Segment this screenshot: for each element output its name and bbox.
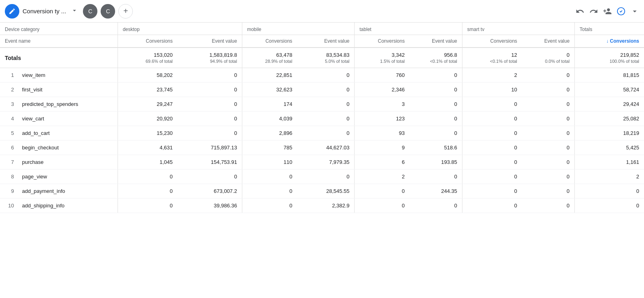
desktop-conversions-header: Conversions bbox=[118, 35, 178, 48]
tablet-conv-cell: 2,346 bbox=[355, 83, 410, 97]
row-number: 1 bbox=[0, 68, 17, 83]
smarttv-conv-cell: 0 bbox=[462, 199, 522, 213]
event-name-cell: purchase bbox=[17, 155, 118, 170]
smarttv-ev-cell: 0 bbox=[522, 155, 575, 170]
smarttv-conversions-header: Conversions bbox=[462, 35, 522, 48]
tablet-conversions-header: Conversions bbox=[355, 35, 410, 48]
tablet-ev-cell: 244.35 bbox=[409, 184, 462, 199]
desktop-ev-cell: 673,007.2 bbox=[178, 184, 242, 199]
row-number: 3 bbox=[0, 97, 17, 112]
totals-tablet-conversions: 3,342 1.5% of total bbox=[355, 48, 410, 68]
desktop-header: desktop bbox=[118, 23, 242, 35]
event-name-cell: add_to_cart bbox=[17, 126, 118, 141]
person-add-icon[interactable] bbox=[603, 7, 612, 16]
header-row-category: Device category desktop mobile tablet sm… bbox=[0, 23, 644, 35]
check-circle-icon[interactable] bbox=[617, 7, 625, 16]
smarttv-ev-cell: 0 bbox=[522, 199, 575, 213]
totals-smarttv-conversions: 12 <0.1% of total bbox=[462, 48, 522, 68]
data-table-wrapper: Device category desktop mobile tablet sm… bbox=[0, 23, 644, 213]
table-row: 9 add_payment_info 0 673,007.2 0 28,545.… bbox=[0, 184, 644, 199]
mobile-ev-cell: 0 bbox=[297, 68, 355, 83]
pencil-icon bbox=[8, 8, 16, 15]
total-conv-cell: 2 bbox=[575, 170, 644, 184]
tab-c2[interactable]: C bbox=[101, 4, 115, 19]
event-name-cell: add_shipping_info bbox=[17, 199, 118, 213]
desktop-conv-cell: 20,920 bbox=[118, 112, 178, 126]
table-row: 3 predicted_top_spenders 29,247 0 174 0 … bbox=[0, 97, 644, 112]
totals-conversions-header[interactable]: ↓ Conversions bbox=[575, 35, 644, 48]
totals-label: Totals bbox=[0, 48, 118, 68]
mobile-ev-cell: 44,627.03 bbox=[297, 141, 355, 155]
row-number: 8 bbox=[0, 170, 17, 184]
desktop-conv-cell: 23,745 bbox=[118, 83, 178, 97]
table-row: 10 add_shipping_info 0 39,986.36 0 2,382… bbox=[0, 199, 644, 213]
total-conv-cell: 29,424 bbox=[575, 97, 644, 112]
mobile-conv-cell: 22,851 bbox=[242, 68, 297, 83]
desktop-ev-cell: 0 bbox=[178, 83, 242, 97]
tablet-ev-cell: 0 bbox=[409, 112, 462, 126]
table-row: 5 add_to_cart 15,230 0 2,896 0 93 0 0 0 … bbox=[0, 126, 644, 141]
row-number: 10 bbox=[0, 199, 17, 213]
topbar-left: Conversion ty ... C C + bbox=[5, 4, 133, 19]
tablet-ev-cell: 0 bbox=[409, 199, 462, 213]
desktop-ev-cell: 154,753.91 bbox=[178, 155, 242, 170]
row-number: 6 bbox=[0, 141, 17, 155]
tablet-ev-cell: 0 bbox=[409, 83, 462, 97]
row-number: 4 bbox=[0, 112, 17, 126]
tablet-ev-cell: 518.6 bbox=[409, 141, 462, 155]
tablet-event-value-header: Event value bbox=[409, 35, 462, 48]
event-name-cell: view_item bbox=[17, 68, 118, 83]
desktop-ev-cell: 0 bbox=[178, 170, 242, 184]
tablet-conv-cell: 93 bbox=[355, 126, 410, 141]
tablet-ev-cell: 0 bbox=[409, 97, 462, 112]
tablet-ev-cell: 0 bbox=[409, 126, 462, 141]
mobile-conv-cell: 2,896 bbox=[242, 126, 297, 141]
event-name-cell: predicted_top_spenders bbox=[17, 97, 118, 112]
smarttv-ev-cell: 0 bbox=[522, 126, 575, 141]
tablet-ev-cell: 193.85 bbox=[409, 155, 462, 170]
total-conv-cell: 5,425 bbox=[575, 141, 644, 155]
mobile-ev-cell: 2,382.9 bbox=[297, 199, 355, 213]
smarttv-event-value-header: Event value bbox=[522, 35, 575, 48]
sort-arrow-icon: ↓ bbox=[606, 38, 610, 44]
add-tab-button[interactable]: + bbox=[118, 4, 133, 19]
tablet-header: tablet bbox=[355, 23, 462, 35]
expand-more-icon[interactable] bbox=[630, 7, 639, 16]
tablet-conv-cell: 2 bbox=[355, 170, 410, 184]
totals-header: Totals bbox=[575, 23, 644, 35]
header-row-columns: Event name Conversions Event value Conve… bbox=[0, 35, 644, 48]
smarttv-conv-cell: 10 bbox=[462, 83, 522, 97]
desktop-ev-cell: 0 bbox=[178, 97, 242, 112]
event-name-cell: begin_checkout bbox=[17, 141, 118, 155]
smarttv-conv-cell: 0 bbox=[462, 170, 522, 184]
edit-icon-btn[interactable] bbox=[5, 4, 19, 19]
smarttv-ev-cell: 0 bbox=[522, 112, 575, 126]
desktop-ev-cell: 0 bbox=[178, 68, 242, 83]
mobile-conv-cell: 0 bbox=[242, 184, 297, 199]
dropdown-chevron[interactable] bbox=[69, 5, 80, 17]
mobile-ev-cell: 28,545.55 bbox=[297, 184, 355, 199]
undo-icon[interactable] bbox=[576, 7, 584, 16]
tablet-conv-cell: 9 bbox=[355, 141, 410, 155]
tablet-conv-cell: 0 bbox=[355, 199, 410, 213]
totals-smarttv-event-value: 0 0.0% of total bbox=[522, 48, 575, 68]
mobile-ev-cell: 7,979.35 bbox=[297, 155, 355, 170]
mobile-conv-cell: 0 bbox=[242, 199, 297, 213]
totals-desktop-conversions: 153,020 69.6% of total bbox=[118, 48, 178, 68]
table-row: 1 view_item 58,202 0 22,851 0 760 0 2 0 … bbox=[0, 68, 644, 83]
total-conv-cell: 81,815 bbox=[575, 68, 644, 83]
smarttv-ev-cell: 0 bbox=[522, 184, 575, 199]
smarttv-conv-cell: 0 bbox=[462, 141, 522, 155]
tab-c1[interactable]: C bbox=[83, 4, 97, 19]
redo-icon[interactable] bbox=[589, 7, 598, 16]
smarttv-ev-cell: 0 bbox=[522, 97, 575, 112]
row-number: 9 bbox=[0, 184, 17, 199]
tablet-conv-cell: 0 bbox=[355, 184, 410, 199]
table-row: 8 page_view 0 0 0 0 2 0 0 0 2 bbox=[0, 170, 644, 184]
desktop-conv-cell: 0 bbox=[118, 199, 178, 213]
totals-row: Totals 153,020 69.6% of total 1,583,819.… bbox=[0, 48, 644, 68]
desktop-ev-cell: 715,897.13 bbox=[178, 141, 242, 155]
tablet-ev-cell: 0 bbox=[409, 170, 462, 184]
smarttv-ev-cell: 0 bbox=[522, 141, 575, 155]
total-conv-cell: 25,082 bbox=[575, 112, 644, 126]
